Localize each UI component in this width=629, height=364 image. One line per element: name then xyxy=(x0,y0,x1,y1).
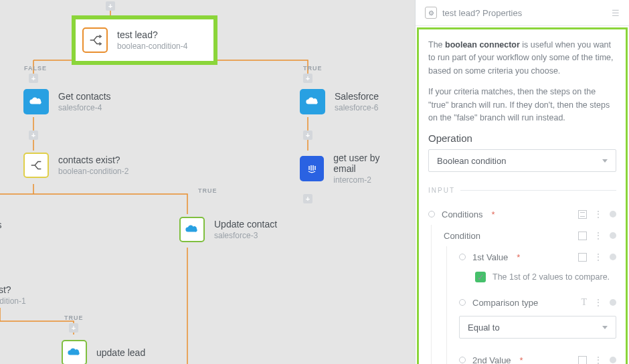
workflow-canvas[interactable]: test lead? boolean-condition-4 FALSE TRU… xyxy=(0,0,415,364)
add-node-top[interactable] xyxy=(106,1,115,11)
branch-false: FALSE xyxy=(24,65,47,72)
branch-icon xyxy=(23,153,49,178)
salesforce-icon xyxy=(300,89,325,114)
operation-select[interactable]: Boolean condition xyxy=(428,149,616,172)
panel-body: The boolean connector is useful when you… xyxy=(417,27,628,364)
node-update-contact[interactable]: Update contact salesforce-3 xyxy=(173,217,290,242)
settings-icon: ⚙ xyxy=(425,7,437,19)
add-node[interactable] xyxy=(29,130,38,140)
node-sub: salesforce-3 xyxy=(214,231,277,240)
node-title: Get contacts xyxy=(58,91,111,102)
field-1st-value[interactable]: 1st Value* ⋮ xyxy=(459,246,616,268)
check-icon: ✓ xyxy=(475,272,486,282)
node-sub: boolean-condition-4 xyxy=(117,41,187,51)
add-node[interactable] xyxy=(303,74,312,83)
chevron-down-icon xyxy=(602,326,608,329)
node-sub: boolean-condition-2 xyxy=(58,167,128,176)
salesforce-icon xyxy=(62,340,87,364)
intercom-icon xyxy=(300,156,324,181)
panel-title: test lead? Properties xyxy=(442,8,522,18)
node-get-user[interactable]: get user by email intercom-2 xyxy=(293,153,415,185)
branch-icon xyxy=(82,27,108,53)
field-condition[interactable]: Condition ⋮ xyxy=(444,225,616,246)
node-sub: condition-1 xyxy=(0,296,26,306)
node-sub: intercom-2 xyxy=(333,175,401,185)
node-get-contacts[interactable]: Get contacts salesforce-4 xyxy=(17,89,124,114)
node-sub: salesforce-4 xyxy=(58,103,111,112)
node-sub: salesforce-6 xyxy=(335,103,379,112)
add-node[interactable] xyxy=(29,74,38,83)
operation-label: Operation xyxy=(428,132,616,144)
field-2nd-value[interactable]: 2nd Value* ⋮ xyxy=(459,349,616,364)
salesforce-icon xyxy=(23,89,49,114)
salesforce-icon xyxy=(179,217,205,242)
comparison-select[interactable]: Equal to xyxy=(459,316,616,339)
add-node[interactable] xyxy=(69,323,78,333)
node-update-lead[interactable]: update lead xyxy=(55,340,159,364)
branch-true: TRUE xyxy=(198,187,217,194)
node-title: test lead? xyxy=(117,29,187,40)
node-exist[interactable]: exist? condition-1 xyxy=(0,284,39,306)
list-icon xyxy=(578,210,587,219)
add-node[interactable] xyxy=(303,130,312,140)
branch-true: TRUE xyxy=(64,314,84,321)
node-contacts-exist[interactable]: contacts exist? boolean-condition-2 xyxy=(17,153,142,178)
operation-value: Boolean condition xyxy=(437,156,506,166)
add-node[interactable] xyxy=(303,194,312,203)
node-title: exist? xyxy=(0,284,26,295)
edit-icon xyxy=(578,356,587,364)
list-icon xyxy=(578,232,587,240)
node-title: get user by email xyxy=(333,153,401,174)
node-test-lead[interactable]: test lead? boolean-condition-4 xyxy=(75,19,214,62)
node-title: ads xyxy=(0,219,2,230)
properties-panel: ⚙ test lead? Properties ☰ The boolean co… xyxy=(415,0,629,364)
edit-icon xyxy=(578,253,587,262)
field-comparison-type[interactable]: Comparison type T⋮ xyxy=(459,292,616,313)
node-salesforce[interactable]: Salesforce salesforce-6 xyxy=(293,89,392,114)
field-conditions[interactable]: Conditions* ⋮ xyxy=(428,203,616,225)
description-2: If your criteria matches, then the steps… xyxy=(428,86,616,124)
node-title: Salesforce xyxy=(335,91,379,102)
field-1st-hint: ✓ The 1st of 2 values to compare. xyxy=(459,272,616,282)
node-title: update lead xyxy=(96,347,145,358)
description: The boolean connector is useful when you… xyxy=(428,39,616,78)
node-ads[interactable]: ads xyxy=(0,219,15,230)
node-title: contacts exist? xyxy=(58,155,128,165)
field-tools[interactable]: ⋮ xyxy=(578,209,616,219)
panel-header: ⚙ test lead? Properties ☰ xyxy=(416,0,629,26)
chevron-down-icon xyxy=(602,159,608,163)
node-title: Update contact xyxy=(214,219,277,230)
radio-icon xyxy=(428,211,435,217)
branch-true: TRUE xyxy=(303,65,323,72)
menu-icon[interactable]: ☰ xyxy=(612,8,620,18)
input-divider: INPUT xyxy=(428,187,616,194)
text-icon: T xyxy=(581,297,587,308)
